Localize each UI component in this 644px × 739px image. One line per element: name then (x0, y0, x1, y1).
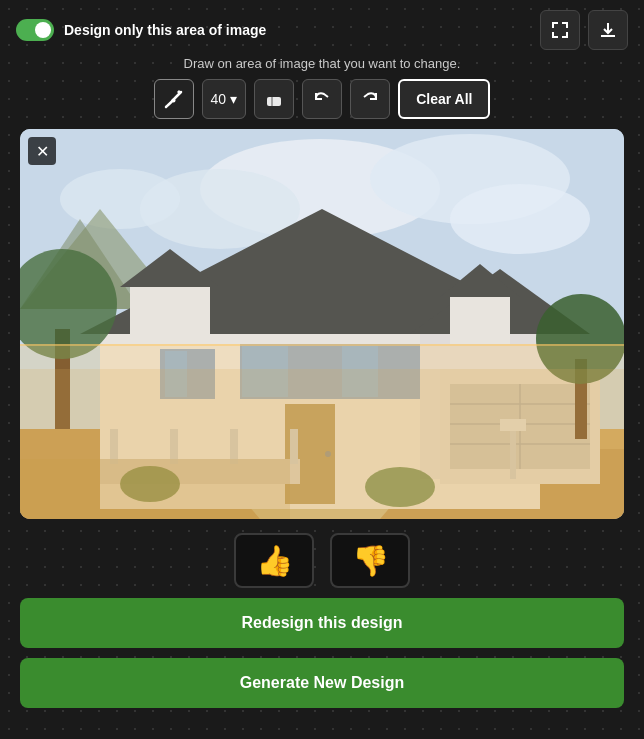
close-icon: ✕ (36, 142, 49, 161)
size-selector[interactable]: 40 (202, 79, 247, 119)
eraser-icon (263, 88, 285, 110)
top-left: Design only this area of image (16, 19, 266, 41)
generate-button[interactable]: Generate New Design (20, 658, 624, 708)
redesign-button[interactable]: Redesign this design (20, 598, 624, 648)
redo-icon (360, 89, 380, 109)
size-chevron (230, 91, 237, 107)
size-value: 40 (211, 91, 227, 107)
top-bar: Design only this area of image (0, 0, 644, 56)
svg-rect-54 (20, 459, 290, 519)
draw-subtitle: Draw on area of image that you want to c… (0, 56, 644, 71)
svg-rect-24 (450, 294, 510, 344)
brush-button[interactable] (154, 79, 194, 119)
top-right-buttons (540, 10, 628, 50)
close-image-button[interactable]: ✕ (28, 137, 56, 165)
undo-button[interactable] (302, 79, 342, 119)
toggle-label: Design only this area of image (64, 22, 266, 38)
svg-point-11 (60, 169, 180, 229)
download-button[interactable] (588, 10, 628, 50)
svg-point-2 (171, 99, 175, 103)
redo-button[interactable] (350, 79, 390, 119)
svg-point-10 (450, 184, 590, 254)
feedback-row: 👍 👎 (0, 533, 644, 588)
svg-rect-3 (267, 97, 281, 106)
expand-icon (550, 20, 570, 40)
area-design-toggle[interactable] (16, 19, 54, 41)
svg-rect-20 (130, 284, 210, 344)
thumbs-up-button[interactable]: 👍 (234, 533, 314, 588)
house-image (20, 129, 624, 519)
svg-rect-1 (601, 35, 615, 37)
drawing-toolbar: 40 Clear All (0, 79, 644, 119)
thumbs-down-button[interactable]: 👎 (330, 533, 410, 588)
image-container: ✕ (20, 129, 624, 519)
undo-icon (312, 89, 332, 109)
brush-icon (163, 88, 185, 110)
thumbs-up-icon: 👍 (256, 543, 293, 578)
expand-button[interactable] (540, 10, 580, 50)
thumbs-down-icon: 👎 (352, 543, 389, 578)
eraser-button[interactable] (254, 79, 294, 119)
download-icon (598, 20, 618, 40)
clear-all-button[interactable]: Clear All (398, 79, 490, 119)
